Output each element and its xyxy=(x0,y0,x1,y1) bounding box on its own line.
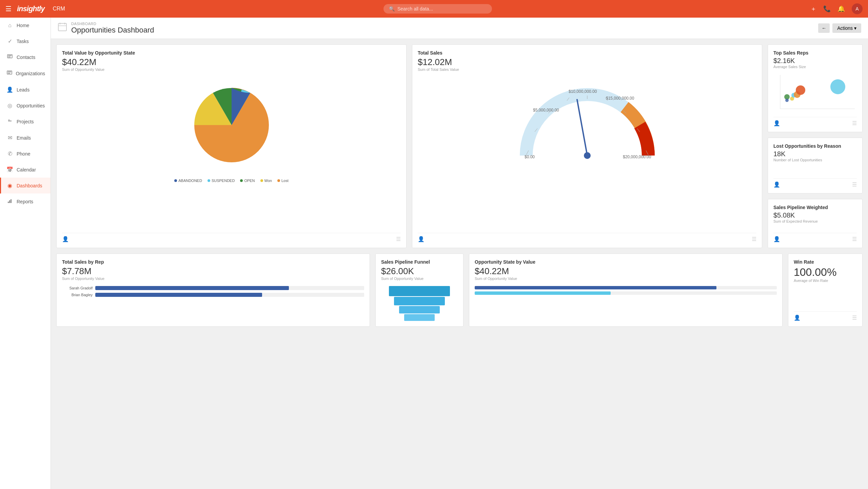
card-win-subtitle: Average of Win Rate xyxy=(794,279,857,283)
bar-track-brian xyxy=(95,293,364,297)
sidebar-item-home[interactable]: ⌂ Home xyxy=(0,18,51,33)
card-sales-rep-title: Total Sales by Rep xyxy=(62,259,364,265)
svg-rect-3 xyxy=(7,71,12,74)
card-win-footer: 👤 ☰ xyxy=(794,311,857,321)
sidebar-item-organizations[interactable]: Organizations xyxy=(0,65,51,82)
card-top-reps-value: $2.16K xyxy=(773,57,857,65)
svg-rect-9 xyxy=(9,200,10,203)
sidebar-label-dashboards: Dashboards xyxy=(17,183,42,188)
user-icon-lost[interactable]: 👤 xyxy=(773,181,780,188)
projects-icon xyxy=(6,118,13,125)
card-top-reps-footer: 👤 ☰ xyxy=(773,117,857,126)
list-icon[interactable]: ☰ xyxy=(396,236,401,242)
card-lost-value: 18K xyxy=(773,150,857,158)
page-header-icon xyxy=(58,22,67,34)
sidebar-item-dashboards[interactable]: ◉ Dashboards xyxy=(0,178,51,193)
card-total-sales-title: Total Sales xyxy=(418,50,756,56)
list-icon-reps[interactable]: ☰ xyxy=(852,120,857,126)
card-win-title: Win Rate xyxy=(794,259,857,265)
gauge-chart: $0.00 $5,000,000.00 $10,000,000.00 $15,0… xyxy=(418,74,756,172)
card-sales-by-rep: Total Sales by Rep $7.78M Sum of Opportu… xyxy=(56,253,370,327)
list-icon-lost[interactable]: ☰ xyxy=(852,181,857,188)
list-icon-gauge[interactable]: ☰ xyxy=(752,236,756,242)
sidebar-item-projects[interactable]: Projects xyxy=(0,114,51,130)
svg-rect-5 xyxy=(8,73,10,74)
pie-chart xyxy=(62,74,401,176)
card-win-rate: Win Rate 100.00% Average of Win Rate 👤 ☰ xyxy=(788,253,863,327)
sidebar-item-tasks[interactable]: ✓ Tasks xyxy=(0,33,51,49)
menu-hamburger-icon[interactable]: ☰ xyxy=(5,5,12,13)
svg-rect-1 xyxy=(8,55,12,56)
page-header-text: DASHBOARD Opportunities Dashboard xyxy=(71,22,154,35)
card-total-sales-subtitle: Sum of Total Sales Value xyxy=(418,67,756,72)
bar-label-brian: Brian Bagley xyxy=(62,293,93,297)
sidebar-label-projects: Projects xyxy=(17,119,34,124)
tasks-icon: ✓ xyxy=(6,38,13,44)
sidebar-item-contacts[interactable]: Contacts xyxy=(0,49,51,65)
state-bar-2 xyxy=(475,291,777,295)
svg-rect-2 xyxy=(8,57,11,57)
state-bars xyxy=(475,286,777,295)
sidebar-item-leads[interactable]: 👤 Leads xyxy=(0,82,51,98)
user-icon-pipeline[interactable]: 👤 xyxy=(773,236,780,242)
bar-fill-sarah xyxy=(95,286,289,290)
svg-text:$15,000,000.00: $15,000,000.00 xyxy=(606,96,634,101)
user-icon[interactable]: 👤 xyxy=(62,236,69,242)
card-total-value-value: $40.22M xyxy=(62,57,401,67)
back-button[interactable]: ← xyxy=(818,23,830,33)
avatar[interactable]: A xyxy=(852,3,863,14)
svg-point-16 xyxy=(584,152,591,159)
card-pipeline-title: Sales Pipeline Weighted xyxy=(773,205,857,210)
card-pipeline-subtitle: Sum of Expected Revenue xyxy=(773,219,857,223)
card-funnel-subtitle: Sum of Opportunity Value xyxy=(381,277,458,281)
sidebar-item-calendar[interactable]: 📅 Calendar xyxy=(0,162,51,178)
search-input[interactable] xyxy=(397,6,487,12)
list-icon-win[interactable]: ☰ xyxy=(852,314,857,321)
add-icon[interactable]: ＋ xyxy=(810,5,816,13)
sidebar-item-reports[interactable]: Reports xyxy=(0,193,51,210)
card-sales-rep-subtitle: Sum of Opportunity Value xyxy=(62,277,364,281)
sidebar-label-tasks: Tasks xyxy=(17,39,29,44)
svg-rect-0 xyxy=(7,55,12,58)
svg-rect-4 xyxy=(8,72,11,72)
actions-button[interactable]: Actions ▾ xyxy=(832,23,861,33)
list-icon-pipeline[interactable]: ☰ xyxy=(852,236,857,242)
sidebar-item-phone[interactable]: ✆ Phone xyxy=(0,146,51,162)
legend-suspended: SUSPENDED xyxy=(208,179,235,183)
card-lost-footer: 👤 ☰ xyxy=(773,178,857,188)
phone-icon[interactable]: 📞 xyxy=(823,5,831,13)
card-total-value-title: Total Value by Opportunity State xyxy=(62,50,401,56)
svg-point-38 xyxy=(830,79,845,94)
sidebar: ⌂ Home ✓ Tasks Contacts Organizations 👤 … xyxy=(0,18,51,489)
calendar-icon: 📅 xyxy=(6,166,13,173)
card-win-value: 100.00% xyxy=(794,266,857,279)
sidebar-label-contacts: Contacts xyxy=(17,55,35,60)
card-opp-state-subtitle: Sum of Opportunity Value xyxy=(475,277,777,281)
bar-chart-reps: Sarah Gradolf Brian Bagley xyxy=(62,286,364,297)
sidebar-item-opportunities[interactable]: ◎ Opportunities xyxy=(0,98,51,114)
user-icon-gauge[interactable]: 👤 xyxy=(418,236,425,242)
svg-line-15 xyxy=(577,100,587,156)
legend-abandoned: ABANDONED xyxy=(174,179,202,183)
svg-rect-8 xyxy=(8,202,9,203)
sidebar-label-emails: Emails xyxy=(17,135,31,141)
search-bar: 🔍 xyxy=(383,4,492,14)
bar-row-sarah: Sarah Gradolf xyxy=(62,286,364,290)
contacts-icon xyxy=(6,54,13,61)
card-total-value: Total Value by Opportunity State $40.22M… xyxy=(56,44,407,248)
svg-text:$20,000,000.00: $20,000,000.00 xyxy=(623,155,651,159)
sidebar-item-emails[interactable]: ✉ Emails xyxy=(0,130,51,146)
pie-legend: ABANDONED SUSPENDED OPEN Won xyxy=(62,179,401,183)
user-icon-win[interactable]: 👤 xyxy=(794,314,801,321)
sidebar-label-leads: Leads xyxy=(17,87,29,93)
opportunities-icon: ◎ xyxy=(6,102,13,109)
legend-won: Won xyxy=(260,179,272,183)
bar-track-sarah xyxy=(95,286,364,290)
main-content: DASHBOARD Opportunities Dashboard ← Acti… xyxy=(51,18,868,489)
sidebar-label-reports: Reports xyxy=(17,199,33,204)
topnav: ☰ insightly CRM 🔍 ＋ 📞 🔔 A xyxy=(0,0,868,18)
card-top-reps-subtitle: Average Sales Size xyxy=(773,65,857,69)
user-icon-reps[interactable]: 👤 xyxy=(773,120,780,126)
card-lost-opportunities: Lost Opportunities by Reason 18K Number … xyxy=(768,138,863,193)
notification-icon[interactable]: 🔔 xyxy=(837,5,845,13)
